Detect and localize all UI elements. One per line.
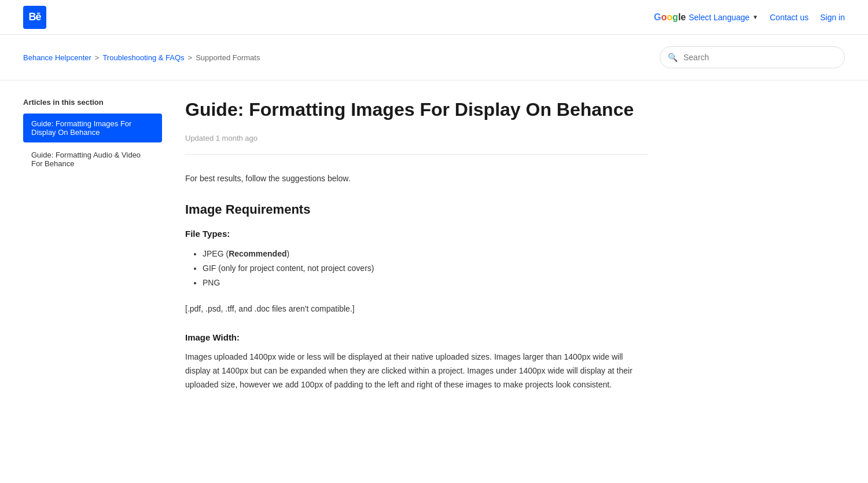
- image-width-heading: Image Width:: [185, 332, 648, 342]
- sidebar-item-formatting-audio-video[interactable]: Guide: Formatting Audio & Video For Beha…: [23, 145, 162, 174]
- language-dropdown-arrow[interactable]: ▼: [752, 14, 758, 20]
- list-item-png: PNG: [203, 276, 648, 290]
- image-width-section: Image Width: Images uploaded 1400px wide…: [185, 332, 648, 391]
- article-title: Guide: Formatting Images For Display On …: [185, 98, 648, 122]
- sign-in-link[interactable]: Sign in: [820, 13, 845, 22]
- breadcrumb-item-current: Supported Formats: [196, 53, 260, 62]
- list-item-jpeg: JPEG (Recommended): [203, 247, 648, 261]
- image-width-body: Images uploaded 1400px wide or less will…: [185, 350, 648, 391]
- sidebar-section-title: Articles in this section: [23, 98, 162, 107]
- header-nav: Google Select Language ▼ Contact us Sign…: [654, 12, 845, 23]
- site-header: Bē Google Select Language ▼ Contact us S…: [0, 0, 868, 35]
- breadcrumb-separator-2: >: [188, 53, 193, 62]
- search-icon: 🔍: [668, 53, 678, 62]
- article-intro: For best results, follow the suggestions…: [185, 172, 648, 185]
- logo-area: Bē: [23, 6, 46, 29]
- contact-us-link[interactable]: Contact us: [770, 13, 808, 22]
- search-container: 🔍: [660, 46, 845, 68]
- behance-logo[interactable]: Bē: [23, 6, 46, 29]
- content-wrapper: Articles in this section Guide: Formatti…: [0, 80, 810, 420]
- google-g-icon: Google: [654, 12, 686, 23]
- article-updated: Updated 1 month ago: [185, 134, 648, 155]
- logo-text: Bē: [28, 11, 41, 23]
- list-item-gif: GIF (only for project content, not proje…: [203, 261, 648, 276]
- google-translate-widget[interactable]: Google Select Language ▼: [654, 12, 758, 23]
- breadcrumb-separator-1: >: [95, 53, 100, 62]
- select-language-link[interactable]: Select Language: [689, 13, 749, 22]
- breadcrumb-row: Behance Helpcenter > Troubleshooting & F…: [0, 35, 868, 80]
- breadcrumb-item-home[interactable]: Behance Helpcenter: [23, 53, 91, 62]
- breadcrumb-item-troubleshooting[interactable]: Troubleshooting & FAQs: [102, 53, 184, 62]
- sidebar-item-formatting-images[interactable]: Guide: Formatting Images For Display On …: [23, 114, 162, 142]
- breadcrumb: Behance Helpcenter > Troubleshooting & F…: [23, 53, 260, 62]
- recommended-label: Recommended: [229, 249, 286, 258]
- article-content: Guide: Formatting Images For Display On …: [185, 98, 648, 403]
- file-types-heading: File Types:: [185, 229, 648, 239]
- incompatible-note: [.pdf, .psd, .tff, and .doc files aren't…: [185, 302, 648, 315]
- image-requirements-heading: Image Requirements: [185, 202, 648, 217]
- file-types-list: JPEG (Recommended) GIF (only for project…: [185, 247, 648, 291]
- sidebar: Articles in this section Guide: Formatti…: [23, 98, 162, 403]
- search-input[interactable]: [660, 46, 845, 68]
